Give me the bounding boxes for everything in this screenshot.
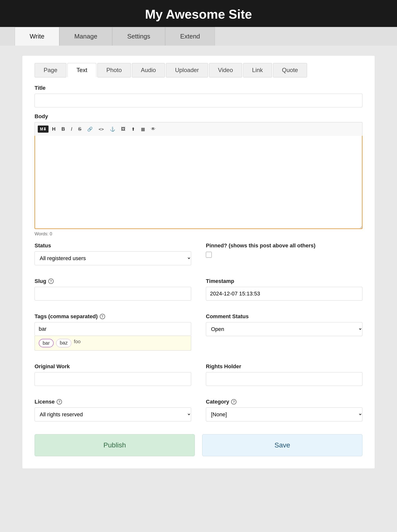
timestamp-field: Timestamp [206, 278, 362, 301]
tab-uploader[interactable]: Uploader [166, 63, 208, 77]
tag-foo: foo [74, 339, 81, 347]
tab-audio[interactable]: Audio [132, 63, 165, 77]
tags-display: bar baz foo [35, 336, 191, 351]
toolbar-markdown[interactable]: M⬇ [38, 126, 49, 133]
toolbar-strikethrough[interactable]: S [76, 125, 84, 133]
tab-video[interactable]: Video [209, 63, 242, 77]
editor-toolbar: M⬇ H B I S 🔗 <> ⚓ 🖼 ⬆ ▦ 👁 [35, 122, 362, 136]
category-label: Category ? [206, 399, 362, 405]
toolbar-heading[interactable]: H [50, 125, 58, 133]
original-work-label: Original Work [35, 363, 191, 370]
title-field: Title [35, 85, 362, 107]
license-category-row: License ? All rights reserved Creative C… [35, 399, 362, 427]
nav-tab-manage[interactable]: Manage [59, 27, 112, 46]
tag-baz[interactable]: baz [56, 339, 71, 347]
timestamp-label: Timestamp [206, 278, 362, 284]
post-type-tabs: Page Text Photo Audio Uploader Video Lin… [35, 63, 362, 77]
original-work-field: Original Work [35, 363, 191, 386]
comment-status-label: Comment Status [206, 313, 362, 320]
toolbar-link[interactable]: 🔗 [85, 125, 95, 133]
title-input[interactable] [35, 94, 362, 107]
status-pinned-row: Status All registered users Subscribers … [35, 242, 362, 271]
body-textarea[interactable] [35, 136, 362, 229]
tab-photo[interactable]: Photo [97, 63, 131, 77]
pinned-label: Pinned? (shows this post above all other… [206, 242, 362, 249]
toolbar-anchor[interactable]: ⚓ [107, 125, 118, 133]
tab-text[interactable]: Text [67, 63, 96, 77]
comment-status-select[interactable]: Open Closed [206, 322, 362, 336]
site-title: My Awesome Site [0, 7, 397, 22]
tag-bar[interactable]: bar [39, 339, 54, 347]
license-select[interactable]: All rights reserved Creative Commons Pub… [35, 407, 191, 421]
toolbar-preview[interactable]: 👁 [149, 125, 158, 133]
license-label: License ? [35, 399, 191, 405]
rights-holder-input[interactable] [206, 372, 362, 386]
slug-help-icon[interactable]: ? [48, 279, 54, 284]
tags-comment-row: Tags (comma separated) ? bar baz foo Com… [35, 313, 362, 356]
comment-status-field: Comment Status Open Closed [206, 313, 362, 351]
toolbar-bold[interactable]: B [59, 125, 67, 133]
slug-timestamp-row: Slug ? Timestamp [35, 278, 362, 306]
timestamp-input[interactable] [206, 287, 362, 301]
slug-input[interactable] [35, 287, 191, 301]
rights-holder-label: Rights Holder [206, 363, 362, 370]
site-header: My Awesome Site [0, 0, 397, 27]
license-field: License ? All rights reserved Creative C… [35, 399, 191, 421]
slug-field: Slug ? [35, 278, 191, 301]
publish-button[interactable]: Publish [35, 434, 195, 456]
body-field: Body M⬇ H B I S 🔗 <> ⚓ 🖼 ⬆ ▦ 👁 Words: 0 [35, 113, 362, 237]
pinned-checkbox[interactable] [206, 252, 212, 258]
toolbar-image[interactable]: 🖼 [119, 125, 128, 133]
body-label: Body [35, 113, 362, 120]
slug-label: Slug ? [35, 278, 191, 284]
category-field: Category ? [None] [206, 399, 362, 421]
status-select[interactable]: All registered users Subscribers only Pr… [35, 251, 191, 265]
nav-tab-settings[interactable]: Settings [112, 27, 165, 46]
nav-tab-write[interactable]: Write [15, 27, 59, 46]
category-select[interactable]: [None] [206, 407, 362, 421]
title-label: Title [35, 85, 362, 91]
tab-quote[interactable]: Quote [273, 63, 307, 77]
tags-help-icon[interactable]: ? [100, 314, 105, 319]
rights-holder-field: Rights Holder [206, 363, 362, 386]
editor-card: Page Text Photo Audio Uploader Video Lin… [22, 55, 375, 469]
main-content: Page Text Photo Audio Uploader Video Lin… [7, 46, 390, 479]
status-label: Status [35, 242, 191, 249]
toolbar-code[interactable]: <> [96, 125, 106, 133]
category-help-icon[interactable]: ? [231, 399, 236, 405]
action-buttons: Publish Save [35, 434, 362, 456]
pinned-field: Pinned? (shows this post above all other… [206, 242, 362, 265]
save-button[interactable]: Save [202, 434, 362, 456]
status-field: Status All registered users Subscribers … [35, 242, 191, 265]
toolbar-table[interactable]: ▦ [138, 125, 148, 133]
nav-tab-extend[interactable]: Extend [165, 27, 215, 46]
word-count: Words: 0 [35, 231, 362, 237]
tab-page[interactable]: Page [35, 63, 66, 77]
main-nav: Write Manage Settings Extend [0, 27, 397, 46]
toolbar-italic[interactable]: I [68, 125, 75, 133]
license-help-icon[interactable]: ? [57, 399, 62, 405]
toolbar-upload[interactable]: ⬆ [129, 125, 137, 133]
tab-link[interactable]: Link [243, 63, 272, 77]
original-rights-row: Original Work Rights Holder [35, 363, 362, 392]
original-work-input[interactable] [35, 372, 191, 386]
tags-label: Tags (comma separated) ? [35, 313, 191, 320]
tags-input[interactable] [35, 322, 191, 336]
tags-field: Tags (comma separated) ? bar baz foo [35, 313, 191, 351]
